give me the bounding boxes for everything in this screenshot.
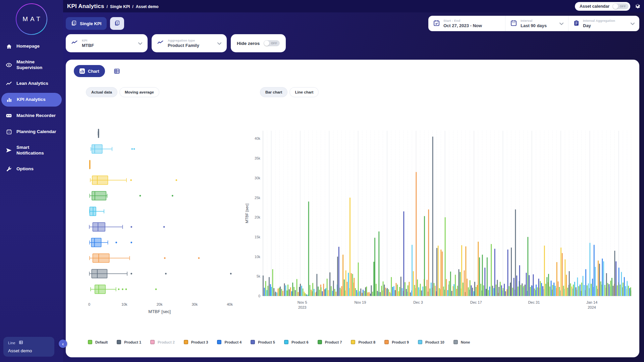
sidebar-item-machine-recorder[interactable]: Machine Recorder bbox=[0, 109, 63, 123]
table-view-icon[interactable] bbox=[114, 68, 120, 74]
date-range-label: Start - End bbox=[443, 19, 500, 22]
chart-mini-icon bbox=[79, 68, 85, 74]
legend-item[interactable]: Product 8 bbox=[351, 340, 375, 344]
legend-swatch bbox=[217, 340, 221, 344]
top-bar: KPI Analytics / Single KPI / Asset demo … bbox=[63, 0, 644, 12]
aggregation-type-select[interactable]: Aggregation type Product Family bbox=[152, 34, 227, 52]
sidebar-item-label: Machine Supervision bbox=[16, 59, 46, 71]
svg-text:Dec 3: Dec 3 bbox=[413, 300, 423, 304]
svg-text:15k: 15k bbox=[255, 235, 261, 239]
svg-text:2: 2 bbox=[117, 21, 118, 24]
line-label: Line bbox=[8, 341, 15, 345]
hide-zeros-toggle[interactable]: OFF bbox=[264, 40, 280, 46]
svg-text:40k: 40k bbox=[227, 302, 233, 306]
legend-item[interactable]: Product 6 bbox=[284, 340, 309, 344]
kpi-trend-icon bbox=[71, 39, 78, 47]
boxplot-chart: 010k20k30k40kMTBF [sec] bbox=[83, 123, 241, 332]
kpi-label: KPI bbox=[82, 39, 129, 42]
legend-label: Product 3 bbox=[191, 340, 208, 344]
sidebar-item-label: Lean Analytics bbox=[16, 81, 48, 86]
sidebar-item-label: Smart Notifications bbox=[16, 145, 46, 156]
svg-text:5k: 5k bbox=[257, 274, 261, 278]
bar-chart: 05k10k15k20k25k30k35k40kMTBF [sec]Nov 52… bbox=[244, 123, 631, 332]
asset-calendar-toggle[interactable]: OFF bbox=[612, 3, 629, 9]
legend-label: Product 9 bbox=[392, 340, 409, 344]
sidebar-item-planning-calendar[interactable]: Planning Calendar bbox=[0, 125, 63, 139]
asset-calendar-label: Asset calendar bbox=[580, 4, 609, 9]
sidebar-item-machine-supervision[interactable]: Machine Supervision bbox=[0, 56, 50, 74]
interval-label: Interval bbox=[521, 19, 551, 22]
legend-swatch bbox=[351, 340, 355, 344]
calendar-icon bbox=[510, 19, 517, 28]
svg-text:20k: 20k bbox=[157, 302, 163, 306]
legend-label: Product 2 bbox=[158, 340, 175, 344]
moving-average-button[interactable]: Moving average bbox=[119, 87, 159, 97]
interval-select[interactable]: Interval Last 90 days bbox=[505, 16, 568, 31]
interval-aggregation-select[interactable]: Interval Aggregation Day bbox=[568, 16, 639, 31]
legend-item[interactable]: Product 3 bbox=[184, 340, 208, 344]
hide-zeros-label: Hide zeros bbox=[237, 41, 260, 46]
actual-data-button[interactable]: Actual data bbox=[86, 87, 117, 97]
eye-icon bbox=[6, 62, 12, 68]
svg-text:Dec 17: Dec 17 bbox=[470, 300, 482, 304]
date-range-value: Oct 27, 2023 - Now bbox=[443, 23, 500, 28]
date-range-control[interactable]: Start - End Oct 27, 2023 - Now bbox=[428, 16, 505, 31]
legend-swatch bbox=[88, 340, 92, 344]
aggregation-trend-icon bbox=[157, 39, 164, 47]
svg-text:40k: 40k bbox=[255, 136, 261, 140]
breadcrumb-seg-2: Asset demo bbox=[136, 4, 159, 9]
tab-single-kpi-label: Single KPI bbox=[80, 21, 101, 26]
date-controls: Start - End Oct 27, 2023 - Now Interval … bbox=[428, 16, 639, 31]
sidebar-item-label: KPI Analytics bbox=[17, 97, 46, 103]
legend-item[interactable]: None bbox=[453, 340, 470, 344]
legend-swatch bbox=[284, 340, 288, 344]
tab-single-kpi[interactable]: 1 Single KPI bbox=[66, 17, 107, 30]
legend-swatch bbox=[453, 340, 458, 344]
legend-label: None bbox=[461, 340, 470, 344]
line-info-card[interactable]: Line Asset demo bbox=[3, 337, 54, 357]
legend-item[interactable]: Product 10 bbox=[418, 340, 444, 344]
asset-calendar-state: OFF bbox=[620, 5, 626, 8]
legend-item[interactable]: Product 2 bbox=[150, 340, 175, 344]
sidebar-item-label: Homepage bbox=[16, 44, 40, 49]
asset-calendar-toggle-pill[interactable]: Asset calendar OFF bbox=[575, 2, 630, 11]
svg-text:Dec 31: Dec 31 bbox=[528, 300, 540, 304]
legend-item[interactable]: Default bbox=[88, 340, 108, 344]
bar-chart-button[interactable]: Bar chart bbox=[260, 87, 288, 97]
sidebar-item-label: Planning Calendar bbox=[16, 129, 56, 135]
sidebar-item-options[interactable]: Options bbox=[0, 162, 63, 176]
logo-text: MAT bbox=[20, 15, 43, 23]
home-icon bbox=[6, 43, 12, 50]
tab-chart[interactable]: Chart bbox=[74, 65, 105, 77]
trend-icon bbox=[6, 80, 12, 87]
legend-label: Product 10 bbox=[425, 340, 444, 344]
kpi-select[interactable]: KPI MTBF bbox=[66, 34, 148, 52]
line-chart-button[interactable]: Line chart bbox=[289, 87, 319, 97]
tab-multi-kpi[interactable]: 2 bbox=[110, 17, 124, 30]
legend-item[interactable]: Product 4 bbox=[217, 340, 241, 344]
svg-text:Jan 14: Jan 14 bbox=[586, 300, 597, 304]
sidebar-item-label: Options bbox=[16, 166, 34, 172]
sidebar-item-smart-notifications[interactable]: Smart Notifications bbox=[0, 141, 50, 160]
sidebar-item-lean-analytics[interactable]: Lean Analytics bbox=[0, 77, 63, 90]
aggregation-type-value: Product Family bbox=[168, 43, 209, 48]
single-kpi-icon: 1 bbox=[71, 20, 77, 27]
legend-item[interactable]: Product 7 bbox=[318, 340, 342, 344]
hide-zeros-control: Hide zeros OFF bbox=[231, 34, 286, 52]
kpi-value: MTBF bbox=[82, 43, 129, 48]
sidebar-collapse-button[interactable]: ‹ bbox=[59, 340, 67, 348]
legend-item[interactable]: Product 5 bbox=[251, 340, 275, 344]
svg-text:30k: 30k bbox=[255, 176, 261, 180]
legend-item[interactable]: Product 1 bbox=[117, 340, 141, 344]
legend-swatch bbox=[117, 340, 121, 344]
sidebar-item-homepage[interactable]: Homepage bbox=[0, 40, 63, 53]
legend-swatch bbox=[251, 340, 255, 344]
interval-aggregation-value: Day bbox=[583, 23, 623, 28]
wrench-icon bbox=[6, 166, 12, 172]
asset-name: Asset demo bbox=[8, 348, 50, 353]
legend-item[interactable]: Product 9 bbox=[384, 340, 409, 344]
sidebar-item-kpi-analytics[interactable]: KPI Analytics bbox=[1, 93, 62, 107]
svg-text:2023: 2023 bbox=[298, 305, 306, 309]
svg-text:10k: 10k bbox=[121, 302, 127, 306]
gear-icon[interactable] bbox=[634, 3, 641, 9]
